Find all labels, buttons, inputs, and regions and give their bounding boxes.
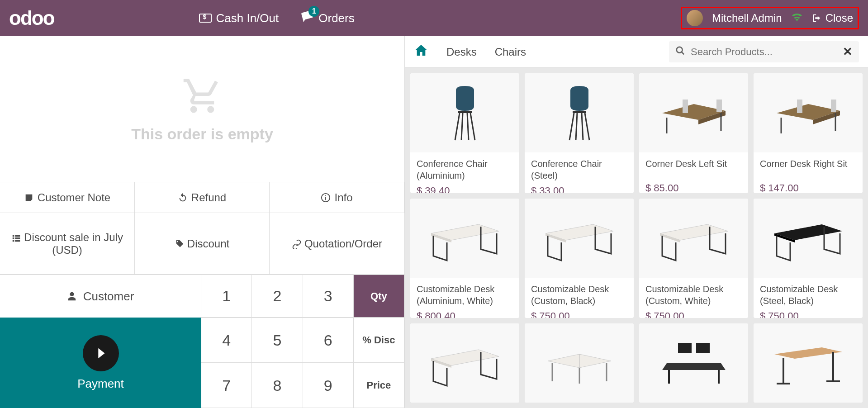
- product-image: [754, 323, 863, 403]
- search-area: ✕: [669, 41, 859, 62]
- home-icon[interactable]: [414, 43, 428, 61]
- product-card[interactable]: Conference Chair (Aluminium)$ 39.40: [410, 73, 519, 193]
- close-button[interactable]: Close: [812, 12, 853, 24]
- customer-note-button[interactable]: Customer Note: [0, 182, 135, 213]
- product-image: [410, 199, 519, 278]
- close-label: Close: [825, 12, 853, 24]
- product-card[interactable]: Corner Desk Left Sit$ 85.00: [639, 73, 748, 193]
- category-desks[interactable]: Desks: [446, 46, 477, 58]
- product-name: Conference Chair (Aluminium): [410, 152, 519, 183]
- product-image: [525, 323, 634, 403]
- product-grid: Conference Chair (Aluminium)$ 39.40Confe…: [405, 68, 868, 408]
- key-8[interactable]: 8: [252, 363, 303, 408]
- product-card[interactable]: Corner Desk Right Sit$ 147.00: [754, 73, 863, 193]
- keypad-top: 1 2 3 Qty: [201, 275, 404, 318]
- key-7[interactable]: 7: [201, 363, 252, 408]
- orders-label: Orders: [318, 11, 354, 25]
- product-name: Customizable Desk (Steel, Black): [754, 278, 863, 308]
- keypad-bottom: 4 5 6 % Disc 7 8 9 Price: [201, 318, 404, 408]
- product-card[interactable]: [410, 323, 519, 403]
- logout-icon: [812, 13, 822, 23]
- search-clear-icon[interactable]: ✕: [843, 45, 853, 59]
- cash-label: Cash In/Out: [216, 11, 279, 25]
- svg-line-6: [467, 113, 469, 140]
- key-5[interactable]: 5: [252, 318, 303, 363]
- product-image: [410, 323, 519, 403]
- keypad-row-1: Customer 1 2 3 Qty: [0, 275, 404, 318]
- product-card[interactable]: [754, 323, 863, 403]
- svg-marker-41: [662, 363, 726, 370]
- payment-button[interactable]: Payment: [0, 318, 201, 408]
- cart-area: This order is empty: [0, 36, 404, 182]
- product-name: Corner Desk Left Sit: [639, 152, 748, 180]
- product-name: Customizable Desk (Aluminium, White): [410, 278, 519, 308]
- product-image: [525, 199, 634, 278]
- category-chairs[interactable]: Chairs: [495, 46, 526, 58]
- product-price: $ 85.00: [639, 180, 748, 193]
- discount-sale-button[interactable]: Discount sale in July (USD): [0, 213, 135, 275]
- product-card[interactable]: Customizable Desk (Custom, Black)$ 750.0…: [525, 199, 634, 318]
- discount-button[interactable]: Discount: [135, 213, 270, 275]
- svg-point-1: [677, 47, 683, 52]
- svg-rect-20: [797, 100, 802, 113]
- action-grid: Customer Note Refund Info Discount sale …: [0, 182, 404, 275]
- product-price: $ 750.00: [525, 308, 634, 318]
- refund-button[interactable]: Refund: [135, 182, 270, 213]
- svg-marker-44: [774, 347, 842, 359]
- product-name: Customizable Desk (Custom, Black): [525, 278, 634, 308]
- product-image: [410, 73, 519, 152]
- user-icon: [67, 291, 77, 301]
- refund-icon: [178, 193, 188, 203]
- search-icon: [675, 46, 685, 58]
- customer-button[interactable]: Customer: [0, 275, 201, 318]
- product-card[interactable]: Customizable Desk (Steel, Black)$ 750.00: [754, 199, 863, 318]
- note-icon: [24, 193, 34, 203]
- key-6[interactable]: 6: [303, 318, 354, 363]
- product-card[interactable]: [639, 323, 748, 403]
- svg-rect-7: [573, 111, 586, 113]
- svg-rect-21: [831, 100, 836, 112]
- cash-icon: [199, 14, 212, 23]
- svg-line-10: [576, 113, 577, 140]
- key-disc[interactable]: % Disc: [354, 318, 404, 363]
- cash-in-out-button[interactable]: Cash In/Out: [199, 11, 279, 25]
- bottom-row: Payment 4 5 6 % Disc 7 8 9 Price: [0, 318, 404, 408]
- svg-line-4: [470, 113, 475, 140]
- key-3[interactable]: 3: [303, 275, 354, 318]
- product-price: $ 750.00: [754, 308, 863, 318]
- svg-rect-40: [696, 343, 710, 353]
- product-name: Customizable Desk (Custom, White): [639, 278, 748, 308]
- product-card[interactable]: Conference Chair (Steel)$ 33.00: [525, 73, 634, 193]
- search-input[interactable]: [691, 46, 837, 58]
- key-qty[interactable]: Qty: [354, 275, 404, 318]
- quotation-button[interactable]: Quotation/Order: [270, 213, 404, 275]
- svg-rect-15: [716, 100, 722, 112]
- svg-rect-2: [458, 111, 472, 113]
- orders-button[interactable]: 1 Orders: [301, 10, 354, 26]
- svg-rect-39: [678, 343, 692, 353]
- key-9[interactable]: 9: [303, 363, 354, 408]
- product-card[interactable]: [525, 323, 634, 403]
- key-2[interactable]: 2: [252, 275, 303, 318]
- orders-badge: 1: [308, 6, 319, 17]
- app-header: odoo Cash In/Out 1 Orders Mitchell Admin…: [0, 0, 868, 36]
- orders-icon: 1: [301, 10, 314, 26]
- info-button[interactable]: Info: [270, 182, 404, 213]
- product-image: [639, 323, 748, 403]
- header-right-highlight: Mitchell Admin Close: [681, 7, 859, 29]
- product-card[interactable]: Customizable Desk (Custom, White)$ 750.0…: [639, 199, 748, 318]
- key-price[interactable]: Price: [354, 363, 404, 408]
- user-name[interactable]: Mitchell Admin: [712, 12, 782, 24]
- avatar[interactable]: [687, 10, 703, 26]
- product-image: [754, 73, 863, 152]
- cart-icon: [180, 76, 225, 116]
- svg-line-5: [461, 113, 463, 140]
- key-1[interactable]: 1: [201, 275, 252, 318]
- svg-line-3: [455, 113, 460, 140]
- tag-icon: [175, 239, 185, 249]
- product-card[interactable]: Customizable Desk (Aluminium, White)$ 80…: [410, 199, 519, 318]
- key-4[interactable]: 4: [201, 318, 252, 363]
- svg-line-9: [585, 113, 589, 140]
- info-icon: [321, 193, 331, 203]
- product-price: $ 800.40: [410, 308, 519, 318]
